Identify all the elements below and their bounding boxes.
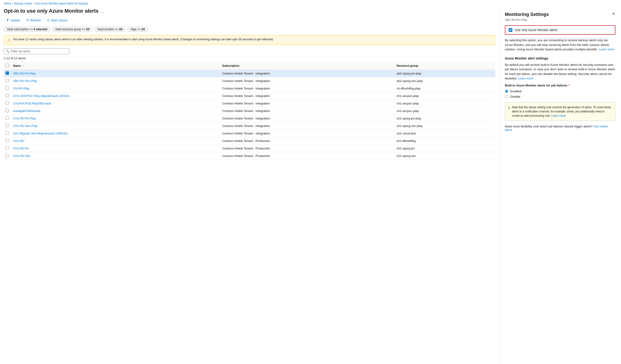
breadcrumb-current[interactable]: Use Azure Monitor based alerts for backu… bbox=[35, 2, 88, 5]
breadcrumb-backup-center[interactable]: Backup center bbox=[14, 2, 32, 5]
cell-name: CH1-RV bbox=[11, 137, 220, 145]
cell-subscription: Contoso Hotels Tenant - Integration bbox=[220, 130, 395, 137]
row-checkbox-6[interactable] bbox=[6, 116, 9, 120]
radio-enabled-input[interactable] bbox=[505, 89, 508, 93]
cell-subscription: Contoso Hotels Tenant - Integration bbox=[220, 92, 395, 100]
table-row: CH-RV-PlayContoso Hotels Tenant - Integr… bbox=[4, 85, 495, 92]
vault-link-3[interactable]: CH1-AVCPOC-Play-MigrateVault-136319... bbox=[13, 94, 71, 98]
row-checkbox-1[interactable] bbox=[6, 79, 9, 82]
th-select-all[interactable] bbox=[4, 62, 11, 70]
row-checkbox-3[interactable] bbox=[6, 94, 9, 97]
radio-enabled-label[interactable]: Enabled bbox=[510, 89, 521, 93]
page-title: Opt-in to use only Azure Monitor alerts bbox=[4, 8, 99, 14]
page-title-ellipsis[interactable]: ... bbox=[101, 9, 104, 14]
vault-link-8[interactable]: Ch1-Migrate-Test-MigrateVault-1599230... bbox=[13, 132, 70, 135]
vault-link-7[interactable]: CH1-RV-Sec-Play bbox=[13, 124, 37, 128]
row-checkbox-11[interactable] bbox=[6, 154, 9, 157]
items-count: 1-12 of 12 items bbox=[4, 56, 495, 60]
row-checkbox-4[interactable] bbox=[6, 102, 9, 105]
table-row: testappl010654vaultContoso Hotels Tenant… bbox=[4, 107, 495, 115]
open-query-button[interactable]: ⊙ Open Query bbox=[44, 17, 70, 23]
vault-link-9[interactable]: CH1-RV bbox=[13, 139, 24, 143]
th-resource-group: Resource group bbox=[395, 62, 495, 70]
refresh-icon: ↻ bbox=[26, 18, 29, 22]
row-checkbox-10[interactable] bbox=[6, 146, 9, 150]
cell-name: CH1AVCPOCPlay9381vault bbox=[11, 100, 220, 107]
table-row: CH1-RVContoso Hotels Tenant - Production… bbox=[4, 137, 495, 145]
row-checkbox-0[interactable] bbox=[6, 71, 9, 75]
search-icon: 🔍 bbox=[6, 50, 10, 53]
cell-name: CH1-RV-Sec-Play bbox=[11, 122, 220, 130]
warning-text: You have 12 vaults using classic alerts … bbox=[13, 38, 273, 41]
breadcrumb-home[interactable]: Home bbox=[4, 2, 11, 5]
vaults-table: Name ↑↓ Subscription Resource group AB2-… bbox=[4, 62, 495, 160]
consent-learn-more-link[interactable]: Learn more bbox=[599, 48, 614, 51]
filter-vault-subscription[interactable]: Vault subscription == 5 selected bbox=[4, 27, 50, 32]
table-row: CH1-RV-Pri-PlayContoso Hotels Tenant - I… bbox=[4, 115, 495, 122]
cell-subscription: Contoso Hotels Tenant - Integration bbox=[220, 107, 395, 115]
cell-resource-group: ab2-opsrg-pri-play bbox=[395, 70, 495, 77]
radio-disable-input[interactable] bbox=[505, 95, 508, 98]
update-button[interactable]: ⬆ Update bbox=[4, 17, 23, 23]
cell-resource-group: ab2-opsrg-sec-play bbox=[395, 77, 495, 85]
azure-monitor-desc: By default you will receive built-in Azu… bbox=[505, 63, 615, 81]
cell-name: testappl010654vault bbox=[11, 107, 220, 115]
row-checkbox-7[interactable] bbox=[6, 124, 9, 127]
required-indicator: * bbox=[568, 84, 569, 87]
vault-link-11[interactable]: CH1-RV-Sec bbox=[13, 154, 31, 158]
update-icon: ⬆ bbox=[6, 18, 9, 22]
info-box: ℹ Note that the above setting only contr… bbox=[505, 102, 615, 121]
vault-link-10[interactable]: CH1-RV-Pri bbox=[13, 147, 29, 150]
info-box-learn-more-link[interactable]: Learn more bbox=[551, 114, 566, 117]
radio-group-label: Built-in Azure Monitor alerts for job fa… bbox=[505, 84, 615, 87]
table-row: CH1-RV-PriContoso Hotels Tenant - Produc… bbox=[4, 145, 495, 152]
info-icon: ℹ bbox=[508, 105, 510, 118]
table-row: AB2-RV-Pri-PlayContoso Hotels Tenant - I… bbox=[4, 70, 495, 77]
vault-link-4[interactable]: CH1AVCPOCPlay9381vault bbox=[13, 102, 51, 105]
vault-link-1[interactable]: AB2-RV-Sec-Play bbox=[13, 79, 37, 83]
cell-resource-group: ch1-opsrg-sec bbox=[395, 152, 495, 160]
azure-monitor-checkbox-label[interactable]: Use only Azure Monitor alerts bbox=[515, 28, 557, 32]
row-checkbox-8[interactable] bbox=[6, 131, 9, 135]
search-input[interactable] bbox=[11, 50, 67, 53]
cell-name: CH-RV-Play bbox=[11, 85, 220, 92]
row-checkbox-5[interactable] bbox=[6, 109, 9, 112]
azure-monitor-learn-more-link[interactable]: Learn more bbox=[518, 77, 534, 80]
cell-resource-group: ch1-avcpoc-play bbox=[395, 100, 495, 107]
table-row: CH1-RV-SecContoso Hotels Tenant - Produc… bbox=[4, 152, 495, 160]
search-box[interactable]: 🔍 bbox=[4, 48, 69, 54]
row-checkbox-9[interactable] bbox=[6, 139, 9, 142]
filter-vault-resource-group[interactable]: Vault resource group == All bbox=[52, 27, 93, 32]
panel-title: Monitoring Settings bbox=[505, 12, 549, 17]
cell-resource-group: ch1-liftnshiftrg bbox=[395, 137, 495, 145]
vault-link-2[interactable]: CH-RV-Play bbox=[13, 87, 30, 90]
radio-disable-label[interactable]: Disable bbox=[510, 95, 520, 98]
radio-disable[interactable]: Disable bbox=[505, 95, 615, 98]
select-all-checkbox[interactable] bbox=[6, 64, 9, 67]
cell-name: CH1-RV-Pri-Play bbox=[11, 115, 220, 122]
cell-subscription: Contoso Hotels Tenant - Production bbox=[220, 152, 395, 160]
warning-bar: ⚠ You have 12 vaults using classic alert… bbox=[4, 35, 495, 45]
row-checkbox-2[interactable] bbox=[6, 87, 9, 90]
radio-enabled[interactable]: Enabled bbox=[505, 89, 615, 93]
azure-monitor-checkbox-row: Use only Azure Monitor alerts bbox=[505, 25, 615, 35]
cell-resource-group: ch-liftnshiftrg-play bbox=[395, 85, 495, 92]
cell-subscription: Contoso Hotels Tenant - Integration bbox=[220, 115, 395, 122]
table-row: CH1-AVCPOC-Play-MigrateVault-136319...Co… bbox=[4, 92, 495, 100]
cell-subscription: Contoso Hotels Tenant - Integration bbox=[220, 122, 395, 130]
azure-monitor-checkbox[interactable] bbox=[509, 28, 512, 32]
cell-resource-group: ch1-opsrg-sec-play bbox=[395, 122, 495, 130]
vault-link-0[interactable]: AB2-RV-Pri-Play bbox=[13, 72, 35, 75]
refresh-button[interactable]: ↻ Refresh bbox=[24, 17, 44, 23]
filter-tags[interactable]: Tags == All bbox=[127, 27, 148, 32]
sort-icon: ↑↓ bbox=[22, 64, 24, 67]
vault-link-5[interactable]: testappl010654vault bbox=[13, 109, 40, 113]
filter-vault-location[interactable]: Vault location == All bbox=[94, 27, 125, 32]
cell-name: Ch1-Migrate-Test-MigrateVault-1599230... bbox=[11, 130, 220, 137]
cell-resource-group: ch1-opsrg-pri bbox=[395, 145, 495, 152]
close-button[interactable]: ✕ bbox=[612, 12, 615, 16]
cell-subscription: Contoso Hotels Tenant - Production bbox=[220, 145, 395, 152]
open-query-icon: ⊙ bbox=[47, 18, 50, 22]
th-name[interactable]: Name ↑↓ bbox=[11, 62, 220, 70]
vault-link-6[interactable]: CH1-RV-Pri-Play bbox=[13, 117, 36, 120]
